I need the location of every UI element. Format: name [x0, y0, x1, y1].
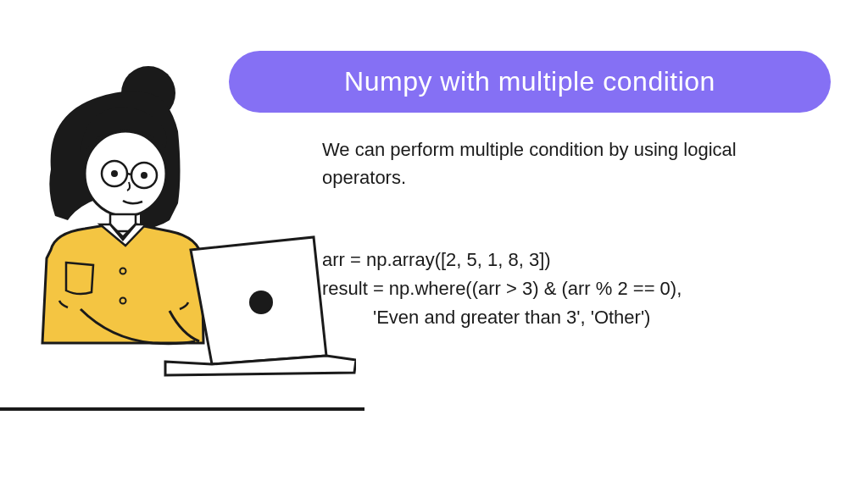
svg-point-10 [249, 291, 273, 314]
slide-container: Numpy with multiple condition We can per… [0, 0, 868, 487]
svg-line-4 [127, 174, 131, 174]
code-example: arr = np.array([2, 5, 1, 8, 3]) result =… [322, 246, 831, 332]
svg-point-1 [85, 131, 166, 216]
title-text: Numpy with multiple condition [256, 66, 804, 97]
description-text: We can perform multiple condition by usi… [322, 136, 763, 191]
code-line-1: arr = np.array([2, 5, 1, 8, 3]) [322, 246, 831, 274]
title-pill: Numpy with multiple condition [229, 51, 831, 113]
desk-line [0, 407, 364, 411]
code-line-2: result = np.where((arr > 3) & (arr % 2 =… [322, 274, 831, 303]
svg-point-5 [111, 170, 118, 177]
code-line-3: 'Even and greater than 3', 'Other') [322, 303, 831, 332]
svg-point-6 [141, 172, 147, 179]
